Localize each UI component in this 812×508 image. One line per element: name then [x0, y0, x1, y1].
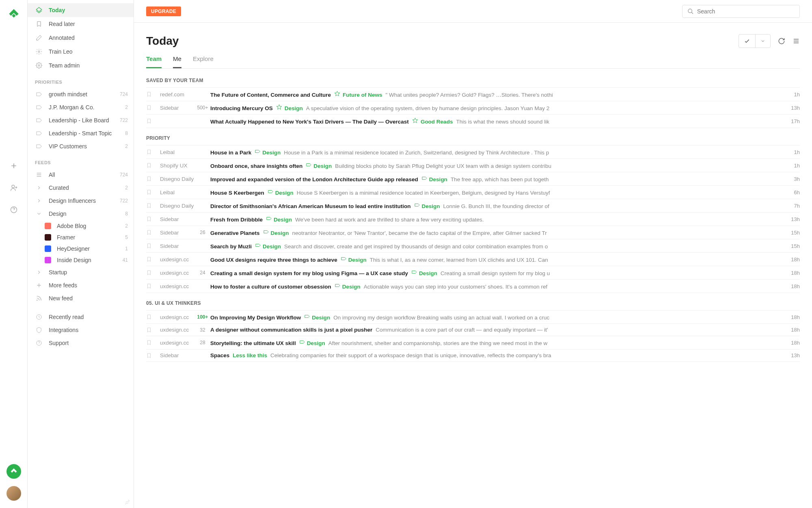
feedly-logo[interactable]	[7, 7, 20, 20]
article-title: A designer without communication skills …	[210, 327, 372, 333]
feed-item[interactable]: More feeds	[28, 279, 134, 292]
article-row[interactable]: Sidebar26Generative PlanetsDesignneotran…	[146, 226, 800, 239]
tab-team[interactable]: Team	[146, 55, 162, 68]
bookmark-icon[interactable]	[146, 270, 153, 276]
article-row[interactable]: uxdesign.ccGood UX designs require three…	[146, 253, 800, 266]
priority-item[interactable]: growth mindset724	[28, 88, 134, 101]
section-header-feeds: FEEDS	[28, 153, 134, 168]
article-time: 13h	[786, 105, 800, 111]
brain-icon	[35, 48, 43, 56]
bookmark-icon[interactable]	[146, 314, 153, 320]
article-excerpt: This is what I, as a new comer, learned …	[370, 257, 548, 263]
article-row[interactable]: uxdesign.cc100+On Improving My Design Wo…	[146, 310, 800, 324]
plus-icon[interactable]	[6, 158, 21, 173]
article-row[interactable]: Sidebar500+Introducing Mercury OSDesignA…	[146, 101, 800, 115]
label-icon	[414, 202, 420, 208]
app-rail	[0, 0, 28, 508]
bookmark-icon[interactable]	[146, 91, 153, 97]
article-excerpt: A speculative vision of the operating sy…	[306, 105, 549, 111]
nav-train-leo[interactable]: Train Leo	[28, 45, 134, 59]
compose-button[interactable]	[6, 464, 21, 479]
label-icon	[335, 282, 341, 289]
article-excerpt: Search and discover, create and get insp…	[284, 243, 548, 250]
article-row[interactable]: SidebarSpacesLess like thisCelebrating c…	[146, 350, 800, 362]
svg-point-7	[688, 9, 692, 13]
tab-me[interactable]: Me	[173, 55, 181, 68]
article-row[interactable]: redef.comThe Future of Content, Commerce…	[146, 88, 800, 101]
nav-team-admin[interactable]: Team admin	[28, 59, 134, 72]
feed-subitem[interactable]: Framer5	[28, 232, 134, 243]
bookmark-icon[interactable]	[146, 256, 153, 262]
bookmark-icon	[35, 20, 43, 28]
nav-today[interactable]: Today	[28, 3, 134, 17]
menu-button[interactable]	[793, 37, 800, 45]
article-excerpt: This is what the news should sound lik	[456, 119, 549, 125]
bookmark-icon[interactable]	[146, 189, 153, 195]
article-row[interactable]: Disegno DailyImproved and expanded versi…	[146, 172, 800, 186]
article-title: The Future of Content, Commerce and Cult…	[210, 92, 331, 98]
footer-item[interactable]: Integrations	[28, 323, 134, 336]
footer-item[interactable]: Recently read	[28, 310, 134, 323]
article-source: uxdesign.cc	[160, 314, 195, 320]
article-row[interactable]: Disegno DailyDirector of Smithsonian's A…	[146, 199, 800, 213]
article-row[interactable]: LeibalHouse S KeerbergenDesignHouse S Ke…	[146, 186, 800, 199]
article-row[interactable]: What Actually Happened to New York's Tax…	[146, 115, 800, 128]
article-source: uxdesign.cc	[160, 340, 195, 346]
article-row[interactable]: uxdesign.cc24Creating a small design sys…	[146, 266, 800, 280]
article-row[interactable]: SidebarSearch by MuzliDesignSearch and d…	[146, 239, 800, 253]
article-time: 1h	[786, 91, 800, 98]
feed-item[interactable]: Startup	[28, 266, 134, 279]
bookmark-icon[interactable]	[146, 118, 153, 124]
article-source: Sidebar	[160, 105, 195, 111]
priority-item[interactable]: Leadership - Smart Topic8	[28, 127, 134, 140]
article-excerpt: neotrantor Neotrantor, or 'New Trantor',…	[292, 230, 547, 236]
priority-item[interactable]: J.P. Morgan & Co.2	[28, 101, 134, 114]
search-input[interactable]	[697, 8, 795, 15]
upgrade-button[interactable]: UPGRADE	[146, 7, 181, 16]
refresh-button[interactable]	[778, 37, 785, 45]
feed-item[interactable]: Design8	[28, 207, 134, 220]
nav-read-later[interactable]: Read later	[28, 17, 134, 31]
feed-item[interactable]: Curated2	[28, 181, 134, 194]
article-row[interactable]: Shopify UXOnboard once, share insights o…	[146, 159, 800, 172]
article-row[interactable]: uxdesign.ccHow to foster a culture of cu…	[146, 280, 800, 293]
bookmark-icon[interactable]	[146, 105, 153, 111]
avatar[interactable]	[6, 486, 21, 501]
search-box[interactable]	[682, 5, 800, 18]
bookmark-icon[interactable]	[146, 230, 153, 235]
label-icon	[266, 215, 272, 221]
tab-explore[interactable]: Explore	[193, 55, 214, 68]
label-icon	[255, 242, 261, 248]
footer-item[interactable]: Support	[28, 336, 134, 350]
bookmark-icon[interactable]	[146, 176, 153, 182]
article-row[interactable]: uxdesign.cc28Storytelling: the ultimate …	[146, 336, 800, 350]
bookmark-icon[interactable]	[146, 149, 153, 155]
label-icon	[263, 229, 269, 235]
article-row[interactable]: uxdesign.cc32A designer without communic…	[146, 324, 800, 336]
bookmark-icon[interactable]	[146, 353, 153, 358]
feed-item[interactable]: Design Influencers722	[28, 194, 134, 207]
article-row[interactable]: LeibalHouse in a ParkDesignHouse in a Pa…	[146, 145, 800, 159]
priority-item[interactable]: Leadership - Like Board722	[28, 114, 134, 127]
bookmark-icon[interactable]	[146, 327, 153, 333]
article-row[interactable]: SidebarFresh from DribbbleDesignWe've be…	[146, 213, 800, 226]
feed-subitem[interactable]: HeyDesigner1	[28, 243, 134, 254]
bookmark-icon[interactable]	[146, 163, 153, 168]
bookmark-icon[interactable]	[146, 216, 153, 222]
feed-subitem[interactable]: Adobe Blog2	[28, 220, 134, 232]
mark-read-button[interactable]	[739, 35, 756, 48]
bookmark-icon[interactable]	[146, 203, 153, 208]
bookmark-icon[interactable]	[146, 283, 153, 289]
nav-annotated[interactable]: Annotated	[28, 31, 134, 45]
mark-read-dropdown[interactable]	[756, 35, 770, 48]
priority-item[interactable]: VIP Customers2	[28, 140, 134, 153]
feed-subitem[interactable]: Inside Design41	[28, 254, 134, 266]
feed-item[interactable]: All724	[28, 168, 134, 181]
bookmark-icon[interactable]	[146, 243, 153, 249]
feed-item[interactable]: New feed	[28, 292, 134, 305]
add-user-icon[interactable]	[6, 180, 21, 195]
article-source: uxdesign.cc	[160, 327, 195, 333]
help-icon[interactable]	[6, 202, 21, 217]
pin-icon[interactable]	[125, 499, 130, 505]
bookmark-icon[interactable]	[146, 340, 153, 345]
